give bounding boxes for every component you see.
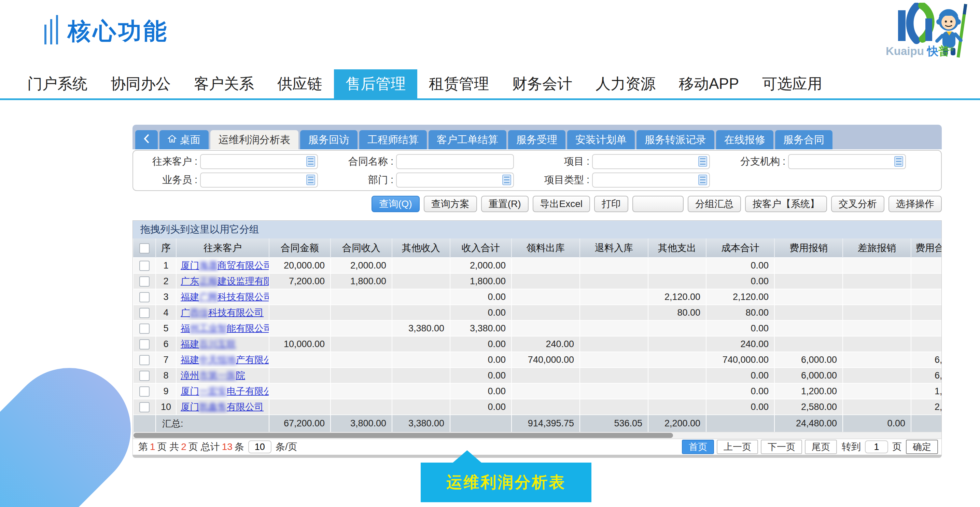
redacted-text: 海晟: [199, 260, 218, 271]
column-header-11[interactable]: 费用报销: [775, 239, 843, 258]
row-checkbox[interactable]: [139, 355, 150, 365]
filter-input[interactable]: [200, 172, 318, 188]
customer-link[interactable]: 厦门一宏安电子有限公司: [181, 386, 269, 396]
customer-link[interactable]: 福建广网科技有限公司: [181, 292, 269, 302]
nav-item-9[interactable]: 移动APP: [667, 69, 751, 99]
tab-back-button[interactable]: [135, 130, 158, 149]
list-lookup-icon[interactable]: [698, 175, 707, 185]
tab-6[interactable]: 服务受理: [508, 130, 565, 149]
column-header-5[interactable]: 其他收入: [392, 239, 450, 258]
filter-input[interactable]: [592, 154, 710, 169]
callout-banner: 运维利润分析表: [421, 462, 592, 502]
toolbar-button-9[interactable]: 交叉分析: [831, 196, 885, 212]
filter-input[interactable]: [592, 172, 710, 188]
first-page-button[interactable]: 首页: [682, 440, 714, 454]
row-checkbox[interactable]: [139, 261, 150, 271]
column-header-7[interactable]: 领料出库: [512, 239, 580, 258]
customer-link[interactable]: 广西佳科技有限公司: [181, 308, 264, 318]
list-lookup-icon[interactable]: [306, 175, 315, 185]
column-header-6[interactable]: 收入合计: [450, 239, 512, 258]
horizontal-scrollbar-thumb[interactable]: [134, 433, 673, 438]
toolbar-button-10[interactable]: 选择操作: [888, 196, 942, 212]
tab-8[interactable]: 服务转派记录: [636, 130, 714, 149]
customer-link[interactable]: 福建中天恒地产有限公司: [181, 355, 269, 365]
table-row: 8漳州市第一医院0.000.006,000.006,000.00: [133, 368, 942, 383]
toolbar-button-7[interactable]: 分组汇总: [688, 196, 741, 212]
toolbar-button-3[interactable]: 重置(R): [481, 196, 528, 212]
filter-input[interactable]: [396, 172, 514, 188]
customer-link[interactable]: 厦门凯鑫售有限公司: [181, 402, 264, 412]
confirm-button[interactable]: 确定: [906, 440, 938, 454]
nav-item-2[interactable]: 协同办公: [99, 69, 182, 99]
last-page-button[interactable]: 尾页: [805, 440, 837, 454]
filter-input[interactable]: [200, 154, 318, 169]
customer-link[interactable]: 漳州市第一医院: [181, 370, 245, 381]
tab-5[interactable]: 客户工单结算: [428, 130, 506, 149]
page-info-part: 13: [220, 442, 235, 452]
list-lookup-icon[interactable]: [894, 156, 903, 167]
column-header-12[interactable]: 差旅报销: [843, 239, 911, 258]
toolbar-button-2[interactable]: 查询方案: [424, 196, 477, 212]
toolbar-button-1[interactable]: 查询(Q): [372, 196, 419, 212]
tab-3[interactable]: 服务回访: [300, 130, 358, 149]
toolbar-button-8[interactable]: 按客户【系统】: [745, 196, 827, 212]
filter-input[interactable]: [396, 154, 514, 169]
list-lookup-icon[interactable]: [502, 175, 511, 185]
nav-item-3[interactable]: 客户关系: [182, 69, 266, 99]
page-info-part: 第: [138, 440, 148, 453]
nav-item-6[interactable]: 租赁管理: [417, 69, 501, 99]
tab-10[interactable]: 服务合同: [775, 130, 832, 149]
row-checkbox[interactable]: [139, 402, 150, 412]
filter-input[interactable]: [788, 154, 906, 169]
select-all-checkbox[interactable]: [139, 243, 150, 254]
customer-link[interactable]: 厦门海晟商贸有限公司: [181, 260, 269, 271]
column-header-9[interactable]: 其他支出: [648, 239, 706, 258]
prev-page-button[interactable]: 上一页: [717, 440, 758, 454]
nav-item-4[interactable]: 供应链: [266, 69, 334, 99]
toolbar-button-5[interactable]: 打印: [594, 196, 628, 212]
page-info-part: 2: [179, 442, 188, 452]
slide-root: 核心功能: [0, 0, 980, 507]
nav-item-1[interactable]: 门户系统: [16, 69, 99, 99]
column-header-13[interactable]: 费用合计: [911, 239, 942, 258]
row-checkbox[interactable]: [139, 339, 150, 349]
redacted-text: 百川互联: [199, 339, 236, 349]
row-checkbox[interactable]: [139, 324, 150, 334]
toolbar-button-4[interactable]: 导出Excel: [533, 196, 590, 212]
row-checkbox[interactable]: [139, 276, 150, 287]
nav-item-10[interactable]: 可选应用: [751, 69, 834, 99]
page-size-input[interactable]: [248, 440, 272, 453]
toolbar-blank-button[interactable]: [632, 196, 684, 212]
home-icon: [168, 134, 177, 145]
nav-item-7[interactable]: 财务会计: [501, 69, 584, 99]
tab-strip: 桌面运维利润分析表服务回访工程师结算客户工单结算服务受理安装计划单服务转派记录在…: [132, 125, 942, 149]
nav-item-5[interactable]: 售后管理: [334, 69, 417, 99]
list-lookup-icon[interactable]: [306, 156, 315, 167]
summary-cell-6: 536.05: [580, 415, 648, 432]
tab-1[interactable]: 桌面: [159, 130, 208, 149]
next-page-button[interactable]: 下一页: [761, 440, 802, 454]
customer-link[interactable]: 广东正顺建设监理有限...: [181, 276, 269, 286]
filter-panel: 往来客户 :合同名称 :项目 :分支机构 :业务员 :部门 :项目类型 :: [132, 150, 942, 191]
tab-9[interactable]: 在线报修: [716, 130, 773, 149]
tab-2[interactable]: 运维利润分析表: [210, 130, 298, 149]
customer-link[interactable]: 福州工业智能有限公司: [181, 323, 269, 333]
list-lookup-icon[interactable]: [698, 156, 707, 167]
column-header-2[interactable]: 往来客户: [176, 239, 269, 258]
goto-page-input[interactable]: [865, 440, 888, 453]
row-checkbox[interactable]: [139, 371, 150, 381]
summary-cell-9: 24,480.00: [775, 415, 843, 432]
tab-7[interactable]: 安装计划单: [567, 130, 635, 149]
filter-label: 合同名称 :: [329, 155, 396, 169]
column-header-3[interactable]: 合同金额: [269, 239, 331, 258]
tab-4[interactable]: 工程师结算: [359, 130, 427, 149]
nav-item-8[interactable]: 人力资源: [584, 69, 667, 99]
column-header-4[interactable]: 合同收入: [331, 239, 392, 258]
column-header-8[interactable]: 退料入库: [580, 239, 648, 258]
row-checkbox[interactable]: [139, 386, 150, 397]
row-checkbox[interactable]: [139, 292, 150, 302]
column-header-1[interactable]: 序: [156, 239, 176, 258]
column-header-10[interactable]: 成本合计: [706, 239, 775, 258]
row-checkbox[interactable]: [139, 308, 150, 318]
customer-link[interactable]: 福建百川互联: [181, 339, 236, 349]
